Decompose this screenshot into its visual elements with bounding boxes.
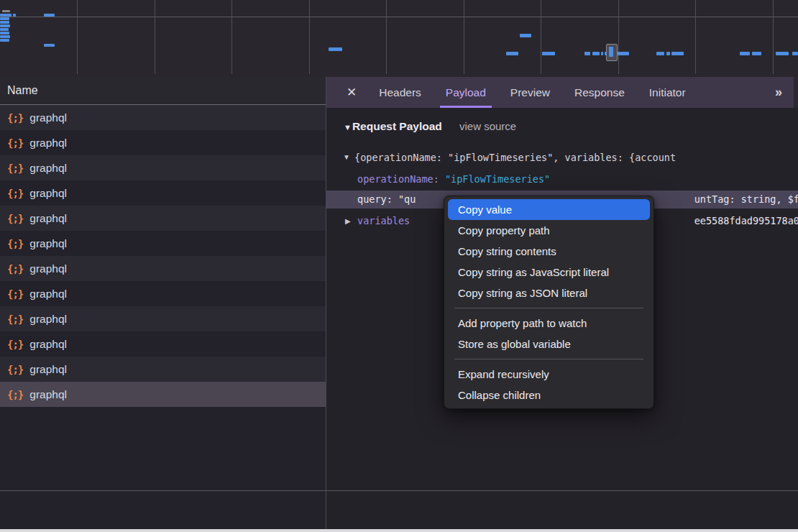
operation-name-value: "ipFlowTimeseries" [445,173,550,185]
waterfall-bar [618,52,629,55]
request-name-label: graphql [29,237,67,250]
timeline-gridline [309,0,310,74]
footer-divider [0,490,798,491]
name-column-header[interactable]: Name [0,77,326,105]
menu-item-collapse-children[interactable]: Collapse children [448,385,650,405]
timeline-gridline [386,0,387,74]
json-braces-icon: {;} [7,389,23,400]
menu-item-copy-string-contents[interactable]: Copy string contents [448,241,650,262]
request-name-label: graphql [29,313,67,326]
timeline-gridline [231,0,232,74]
request-name-label: graphql [29,162,67,175]
devtools-network-panel: Name {;}graphql{;}graphql{;}graphql{;}gr… [0,0,798,532]
timeline-gridline [464,0,464,74]
waterfall-bar [0,17,9,20]
tab-payload[interactable]: Payload [440,77,492,108]
table-row[interactable]: {;}graphql [0,382,326,407]
waterfall-bar [0,28,9,31]
variables-right-text: ee5588fdad995178a0 [694,212,798,230]
section-title: Request Payload [352,120,442,132]
tab-preview[interactable]: Preview [505,77,556,108]
expand-triangle-icon[interactable]: ▼ [343,149,350,166]
menu-separator [454,308,643,308]
context-menu: Copy valueCopy property pathCopy string … [444,196,654,409]
more-tabs-icon[interactable]: » [775,77,781,108]
json-braces-icon: {;} [7,313,23,325]
menu-item-copy-string-as-json-literal[interactable]: Copy string as JSON literal [448,283,650,303]
table-row[interactable]: {;}graphql [0,331,326,357]
waterfall-bar [666,52,670,55]
timeline-row-divider [0,17,798,17]
waterfall-bar [2,10,10,12]
tab-headers[interactable]: Headers [373,77,427,108]
waterfall-bar [44,44,55,47]
request-list: {;}graphql{;}graphql{;}graphql{;}graphql… [0,105,326,407]
waterfall-bar [0,24,10,27]
menu-item-store-as-global-variable[interactable]: Store as global variable [448,334,650,354]
table-row[interactable]: {;}graphql [0,105,326,130]
menu-item-copy-property-path[interactable]: Copy property path [448,220,650,241]
details-tab-bar: ✕ HeadersPayloadPreviewResponseInitiator… [326,77,798,108]
waterfall-bar [0,21,9,24]
request-name-label: graphql [29,388,67,401]
request-name-label: graphql [29,137,67,150]
json-braces-icon: {;} [7,137,23,149]
timeline-gridline [77,0,78,74]
waterfall-bar [0,32,9,35]
tab-initiator[interactable]: Initiator [643,77,692,108]
operation-name-row[interactable]: operationName: "ipFlowTimeseries" [326,170,798,188]
table-row[interactable]: {;}graphql [0,306,326,331]
menu-item-add-property-path-to-watch[interactable]: Add property path to watch [448,313,650,334]
waterfall-bar [0,35,10,38]
tab-response[interactable]: Response [569,77,630,108]
table-row[interactable]: {;}graphql [0,180,326,206]
expand-triangle-icon[interactable]: ▶ [345,212,351,230]
waterfall-bar [752,52,761,55]
tabs: HeadersPayloadPreviewResponseInitiator [367,77,697,108]
request-name-label: graphql [29,187,67,200]
close-icon[interactable]: ✕ [336,77,367,108]
request-name-label: graphql [29,111,67,124]
table-row[interactable]: {;}graphql [0,206,326,231]
table-row[interactable]: {;}graphql [0,231,326,256]
json-braces-icon: {;} [7,213,23,224]
timeline-gridline [155,0,155,74]
waterfall-bar [542,52,555,55]
waterfall-bar [605,52,607,55]
variables-key: variables [357,212,410,230]
request-name-label: graphql [29,338,67,351]
waterfall-bar [592,52,600,55]
json-braces-icon: {;} [7,238,23,249]
waterfall-bar [329,47,342,51]
request-table: Name {;}graphql{;}graphql{;}graphql{;}gr… [0,77,326,529]
menu-item-expand-recursively[interactable]: Expand recursively [448,364,650,385]
waterfall-bar [0,14,12,17]
request-payload-section-header[interactable]: ▼Request Payload view source [344,120,798,137]
json-braces-icon: {;} [7,112,23,124]
view-source-link[interactable]: view source [459,120,516,132]
json-braces-icon: {;} [7,339,23,350]
network-overview-timeline[interactable] [0,0,798,80]
request-name-label: graphql [29,262,67,275]
waterfall-bar [740,52,750,55]
menu-separator [454,359,643,359]
request-name-label: graphql [29,212,67,225]
menu-item-copy-string-as-javascript-literal[interactable]: Copy string as JavaScript literal [448,262,650,283]
table-row[interactable]: {;}graphql [0,256,326,281]
waterfall-bar [792,52,798,55]
json-braces-icon: {;} [7,364,23,375]
table-row[interactable]: {;}graphql [0,155,326,180]
table-row[interactable]: {;}graphql [0,357,326,382]
query-right-text: untTag: string, $f [694,191,798,208]
menu-item-copy-value[interactable]: Copy value [448,199,650,220]
waterfall-bar [506,52,518,55]
operation-name-key: operationName: [357,173,439,185]
waterfall-bar [671,52,684,55]
table-row[interactable]: {;}graphql [0,130,326,155]
timeline-gridline [695,0,696,74]
payload-root-row[interactable]: ▼ {operationName: "ipFlowTimeseries", va… [326,149,798,166]
collapse-triangle-icon[interactable]: ▼ [344,123,352,132]
json-braces-icon: {;} [7,162,23,174]
waterfall-bar [584,52,590,55]
table-row[interactable]: {;}graphql [0,281,326,306]
